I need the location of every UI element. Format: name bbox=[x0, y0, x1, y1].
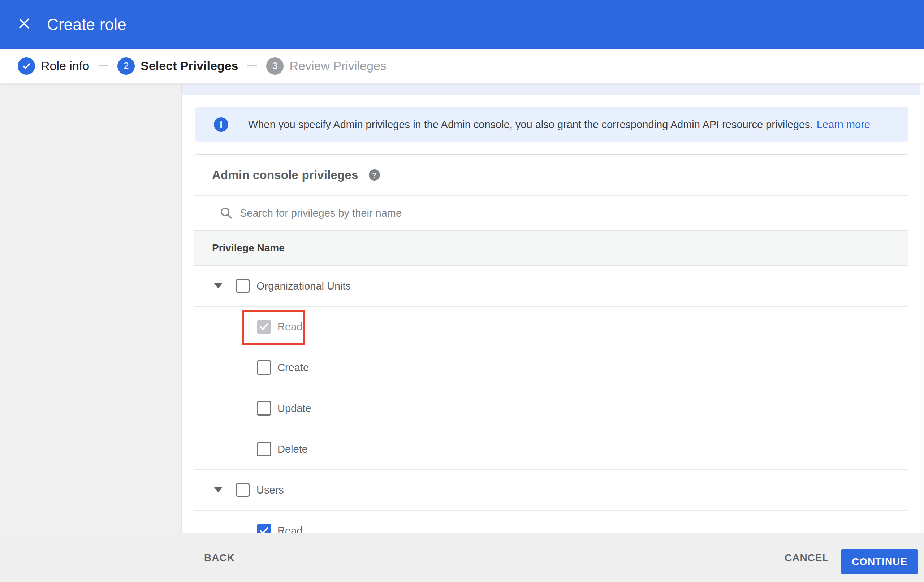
privilege-label: Read bbox=[277, 321, 302, 333]
privilege-label: Organizational Units bbox=[256, 280, 351, 292]
cancel-button[interactable]: CANCEL bbox=[785, 533, 829, 582]
admin-console-privileges-card: Admin console privileges ? Privilege Nam… bbox=[194, 154, 909, 533]
privilege-row-update: Update bbox=[194, 388, 908, 429]
privilege-label: Users bbox=[256, 484, 284, 496]
card-title-row: Admin console privileges ? bbox=[194, 155, 908, 196]
privilege-label: Read bbox=[277, 525, 302, 533]
checkmark-icon bbox=[259, 525, 269, 533]
collapse-arrow-icon[interactable] bbox=[214, 487, 222, 493]
users-read-checkbox-checked[interactable] bbox=[257, 524, 271, 533]
step3-label: Review Privileges bbox=[289, 59, 386, 73]
info-banner-text: When you specify Admin privileges in the… bbox=[248, 119, 870, 131]
privilege-row-users-read: Read bbox=[194, 511, 908, 533]
privilege-row-read: Read bbox=[194, 307, 908, 347]
content-area: i When you specify Admin privileges in t… bbox=[182, 84, 920, 533]
left-sidebar bbox=[0, 84, 182, 533]
step-role-info[interactable]: Role info bbox=[18, 58, 89, 75]
create-checkbox[interactable] bbox=[257, 360, 271, 375]
privilege-search-row bbox=[194, 196, 908, 230]
close-button[interactable] bbox=[17, 16, 31, 30]
step-review-privileges: 3 Review Privileges bbox=[266, 58, 386, 75]
organizational-units-checkbox[interactable] bbox=[236, 279, 249, 293]
step-connector bbox=[99, 65, 108, 66]
step-select-privileges[interactable]: 2 Select Privileges bbox=[117, 58, 238, 75]
scrollbar-track[interactable] bbox=[920, 84, 924, 533]
step2-number: 2 bbox=[117, 58, 135, 75]
scrolled-element-sliver bbox=[182, 84, 920, 95]
back-button[interactable]: BACK bbox=[204, 533, 235, 582]
privilege-label: Delete bbox=[277, 444, 308, 455]
collapse-arrow-icon[interactable] bbox=[214, 284, 222, 289]
privilege-row-delete: Delete bbox=[194, 429, 908, 470]
info-banner: i When you specify Admin privileges in t… bbox=[195, 107, 909, 142]
privilege-label: Create bbox=[277, 362, 309, 374]
footer-bar: BACK CANCEL CONTINUE bbox=[0, 533, 924, 582]
users-checkbox[interactable] bbox=[236, 483, 249, 497]
step1-label: Role info bbox=[41, 59, 89, 73]
delete-checkbox[interactable] bbox=[257, 442, 271, 457]
privilege-row-users: Users bbox=[194, 470, 908, 511]
table-header-row: Privilege Name bbox=[194, 230, 908, 266]
card-title: Admin console privileges bbox=[212, 168, 358, 182]
help-icon[interactable]: ? bbox=[369, 169, 380, 181]
privilege-label: Update bbox=[277, 402, 311, 414]
continue-button[interactable]: CONTINUE bbox=[841, 549, 918, 574]
read-checkbox-checked-disabled bbox=[257, 320, 271, 334]
wizard-stepper: Role info 2 Select Privileges 3 Review P… bbox=[0, 49, 924, 83]
privilege-row-organizational-units: Organizational Units bbox=[194, 266, 908, 307]
info-icon: i bbox=[214, 117, 228, 132]
title-bar: Create role bbox=[0, 0, 924, 49]
step2-label: Select Privileges bbox=[140, 59, 238, 73]
close-icon bbox=[18, 17, 30, 30]
step-connector bbox=[248, 65, 257, 66]
checkmark-icon bbox=[259, 322, 269, 332]
info-banner-sentence: When you specify Admin privileges in the… bbox=[248, 119, 813, 130]
learn-more-link[interactable]: Learn more bbox=[817, 119, 870, 130]
privilege-name-column-header: Privilege Name bbox=[212, 242, 285, 254]
create-role-dialog: Create role Role info 2 Select Privilege… bbox=[0, 0, 924, 582]
search-input[interactable] bbox=[240, 207, 782, 219]
privilege-row-create: Create bbox=[194, 347, 908, 388]
step1-check-icon bbox=[18, 58, 35, 75]
update-checkbox[interactable] bbox=[257, 401, 271, 415]
dialog-title: Create role bbox=[47, 0, 126, 49]
step3-number: 3 bbox=[266, 58, 284, 75]
search-icon bbox=[219, 206, 233, 219]
